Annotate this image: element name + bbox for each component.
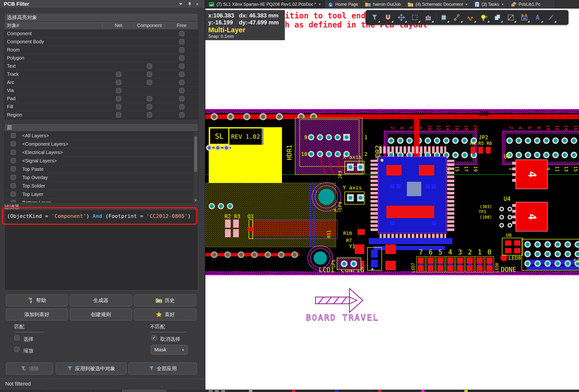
component-checkbox[interactable] (147, 112, 152, 117)
layer-checkbox[interactable] (11, 175, 16, 180)
filter-expression-input[interactable]: (ObjectKind = 'Component') And (Footprin… (4, 210, 198, 290)
table-row[interactable]: Via (4, 87, 198, 95)
net-checkbox[interactable] (116, 88, 121, 93)
add-to-favorites-button[interactable]: 添加到喜好 (6, 309, 68, 321)
free-checkbox[interactable] (179, 80, 184, 85)
free-checkbox[interactable] (179, 31, 184, 36)
layer-checkbox[interactable] (11, 141, 16, 146)
help-button[interactable]: 帮助 (6, 294, 68, 306)
layer-checkbox[interactable] (11, 158, 16, 163)
tab-outjob[interactable]: haimin.OutJob (362, 0, 404, 9)
history-button[interactable]: 历史 (134, 294, 196, 306)
magnet-icon[interactable] (381, 12, 395, 23)
net-checkbox[interactable] (116, 96, 121, 101)
table-row[interactable]: Track (4, 70, 198, 78)
filter-icon[interactable] (368, 12, 381, 23)
net-checkbox[interactable] (116, 80, 121, 85)
free-checkbox[interactable] (179, 47, 184, 52)
net-checkbox[interactable] (116, 112, 121, 117)
free-checkbox[interactable] (179, 72, 184, 77)
table-row[interactable]: Arc (4, 78, 198, 87)
free-checkbox[interactable] (179, 56, 184, 60)
tab-pcbdoc[interactable]: (7) SL1 Xilinx Spartan-IIE PQ208 Rev1.02… (205, 0, 325, 9)
pcb-layout-view[interactable]: GND SL REV 1.02 HDR1 9 10 1 2 U1 HDR2 (205, 9, 579, 392)
table-row[interactable]: Region (4, 111, 198, 119)
svg-text:16: 16 (573, 125, 579, 131)
component-checkbox[interactable] (147, 104, 152, 109)
match-select-checkbox[interactable] (14, 335, 19, 340)
layer-row[interactable]: Top Layer (4, 190, 198, 199)
layer-row[interactable]: <Electrical Layers> (4, 148, 198, 157)
scroll-down-button[interactable]: ▼ (194, 198, 198, 203)
line-icon[interactable] (544, 12, 558, 23)
layer-checkbox[interactable] (11, 150, 16, 155)
via-icon[interactable] (477, 12, 491, 23)
component-checkbox[interactable] (147, 72, 152, 77)
apply-to-selected-button[interactable]: 应用到被选中对象 (56, 363, 126, 375)
text-icon[interactable]: A (531, 12, 544, 23)
table-row[interactable]: Fill (4, 103, 198, 111)
free-checkbox[interactable] (179, 88, 184, 93)
free-checkbox[interactable] (179, 96, 184, 101)
layer-row[interactable]: Bottom Layer (4, 199, 198, 203)
move-icon[interactable] (395, 12, 408, 23)
chevron-down-icon[interactable] (179, 3, 182, 5)
tab-home-page[interactable]: Home Page (325, 0, 362, 9)
mask-dropdown[interactable]: Mask ▼ (151, 345, 188, 354)
tab-schematic-document[interactable]: (4) Schematic Document▼ (404, 0, 471, 9)
builder-button[interactable]: 生成器 (70, 294, 132, 306)
apply-all-button[interactable]: 全部应用 (129, 363, 197, 375)
select-area-icon[interactable] (408, 12, 422, 23)
layer-checkbox[interactable] (11, 183, 16, 188)
silk-hdr1: HDR1 (286, 145, 293, 160)
meander-icon[interactable] (464, 12, 477, 23)
layer-row[interactable]: <Component Layers> (4, 140, 198, 148)
pcb-editor-canvas[interactable]: (7) SL1 Xilinx Spartan-IIE PQ208 Rev1.02… (205, 0, 579, 392)
close-icon[interactable]: ✕ (194, 2, 200, 7)
match-zoom-checkbox[interactable] (14, 347, 19, 352)
component-checkbox[interactable] (147, 96, 152, 101)
hud-active-layer: Multi-Layer (208, 26, 282, 34)
table-row[interactable]: Component (4, 30, 198, 38)
net-checkbox[interactable] (116, 104, 121, 109)
layer-checkbox[interactable] (11, 200, 16, 203)
free-checkbox[interactable] (179, 112, 184, 117)
layer-row[interactable]: Top Paste (4, 165, 198, 173)
table-row[interactable]: Pad (4, 95, 198, 103)
route-icon[interactable] (450, 12, 464, 23)
polygon-icon[interactable] (491, 12, 504, 23)
layers-scrollbar[interactable]: ▼ (194, 132, 198, 203)
measure-icon[interactable]: 10 (517, 12, 531, 23)
component-checkbox[interactable] (147, 64, 152, 69)
free-checkbox[interactable] (179, 104, 184, 109)
svg-text:15: 15 (573, 166, 579, 172)
tab-pcblib[interactable]: PcbLib1.Pc (507, 0, 555, 9)
favorites-button[interactable]: 喜好 (134, 309, 196, 321)
table-row[interactable]: Text (4, 62, 198, 70)
svg-text:2: 2 (508, 126, 514, 129)
component-checkbox[interactable] (147, 80, 152, 85)
component-icon[interactable] (437, 12, 450, 23)
layer-row[interactable]: Top Solder (4, 182, 198, 190)
table-row[interactable]: Room (4, 46, 198, 54)
no-match-deselect-checkbox[interactable]: ✓ (151, 335, 156, 340)
free-checkbox[interactable] (179, 39, 184, 44)
layer-row[interactable]: <Signal Layers> (4, 157, 198, 165)
layer-row[interactable]: Top Overlay (4, 173, 198, 182)
layer-checkbox[interactable] (11, 167, 16, 171)
pin-icon[interactable] (187, 2, 192, 7)
dimension-icon[interactable] (504, 12, 517, 23)
clear-button[interactable]: 清除 (6, 363, 53, 375)
layer-row[interactable]: <All Layers> (4, 132, 198, 140)
scrollbar-thumb[interactable] (194, 136, 197, 172)
free-checkbox[interactable] (179, 64, 184, 69)
tab-tasks[interactable]: (3) Tasks▼ (471, 0, 507, 9)
table-row[interactable]: Component Body (4, 38, 198, 46)
layer-checkbox[interactable] (11, 192, 16, 197)
pads-icon[interactable] (422, 12, 435, 23)
table-row[interactable]: Polygon (4, 54, 198, 62)
layer-checkbox[interactable] (11, 133, 16, 138)
net-checkbox[interactable] (116, 72, 121, 77)
select-highlight-header[interactable]: 选择高亮对象 (4, 13, 198, 21)
create-rule-button[interactable]: 创建规则 (70, 309, 132, 321)
